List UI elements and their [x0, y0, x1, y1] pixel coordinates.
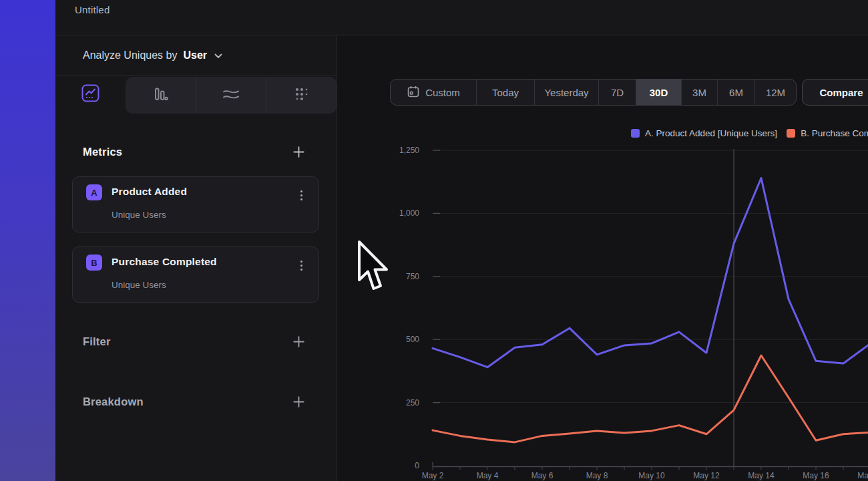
range-label: 7D: [611, 87, 624, 98]
flow-chart-icon: [222, 86, 240, 105]
y-axis-label: 0: [415, 461, 419, 470]
tab-line-chart[interactable]: [55, 75, 126, 114]
y-axis-label: 1,250: [399, 146, 419, 155]
y-axis-label: 1,000: [399, 208, 419, 218]
filter-section-header: Filter: [83, 332, 304, 351]
metric-badge: A: [86, 184, 102, 200]
x-axis-label: May 18: [857, 471, 868, 480]
range-label: 3M: [692, 87, 706, 98]
metric-name: Product Added: [112, 186, 187, 198]
x-axis-label: May 12: [693, 471, 720, 480]
add-filter-button[interactable]: [292, 335, 304, 347]
legend-label: B. Purchase Completed [Unique Users]: [801, 128, 868, 138]
kebab-menu-icon[interactable]: [299, 259, 304, 272]
tab-flow-chart[interactable]: [196, 77, 266, 114]
accent-gradient-strip: [0, 0, 55, 481]
range-label: Today: [492, 87, 519, 98]
metric-name: Purchase Completed: [112, 256, 217, 268]
y-axis-label: 750: [406, 272, 419, 281]
range-3m[interactable]: 3M: [681, 79, 717, 105]
legend-item[interactable]: B. Purchase Completed [Unique Users]: [787, 128, 868, 138]
y-axis-label: 500: [406, 335, 419, 344]
legend-label: A. Product Added [Unique Users]: [645, 128, 777, 138]
range-30d[interactable]: 30D: [636, 79, 681, 105]
tab-bar-chart[interactable]: [126, 77, 196, 114]
tab-dot-grid[interactable]: [266, 77, 337, 114]
kebab-menu-icon[interactable]: [299, 189, 304, 202]
analyze-row: Analyze Uniques by User: [55, 35, 337, 75]
dot-grid-icon: [293, 86, 310, 106]
app-window: Untitled Analyze Uniques by User: [55, 0, 868, 481]
range-label: 12M: [766, 87, 785, 98]
metric-subtitle: Unique Users: [112, 280, 166, 290]
breakdown-section-header: Breakdown: [83, 392, 304, 411]
analyze-label: Analyze Uniques by: [83, 49, 177, 61]
x-axis-label: May 2: [422, 471, 444, 480]
x-axis-label: May 8: [586, 471, 608, 480]
metric-card[interactable]: BPurchase CompletedUnique Users: [72, 247, 319, 303]
metrics-section-header: Metrics: [83, 142, 304, 161]
add-metric-button[interactable]: [292, 146, 304, 158]
range-label: 6M: [729, 87, 743, 98]
breakdown-title: Breakdown: [83, 395, 144, 408]
x-axis-label: May 4: [477, 471, 499, 480]
series-line-b: [433, 355, 868, 442]
compare-button[interactable]: Compare: [802, 79, 868, 106]
range-6m[interactable]: 6M: [717, 79, 754, 105]
range-today[interactable]: Today: [476, 79, 534, 105]
y-axis-label: 250: [406, 398, 419, 408]
chevron-down-icon[interactable]: [214, 49, 222, 61]
legend-swatch: [787, 129, 795, 138]
metric-card[interactable]: AProduct AddedUnique Users: [72, 176, 319, 232]
range-7d[interactable]: 7D: [598, 79, 636, 105]
bar-chart-icon: [152, 86, 169, 106]
chart-type-tabgroup: [126, 77, 337, 114]
chart-type-tabstrip: [55, 75, 337, 114]
chart-legend: A. Product Added [Unique Users]B. Purcha…: [631, 124, 868, 142]
calendar-icon: [407, 85, 420, 100]
range-custom[interactable]: Custom: [391, 79, 476, 105]
metrics-list: AProduct AddedUnique UsersBPurchase Comp…: [55, 176, 337, 303]
top-bar: Untitled: [55, 0, 868, 35]
range-label: Custom: [425, 87, 460, 98]
metrics-title: Metrics: [83, 146, 122, 158]
date-range-control: CustomTodayYesterday7D30D3M6M12M: [390, 79, 797, 106]
add-breakdown-button[interactable]: [292, 395, 304, 408]
x-axis-label: May 10: [638, 471, 665, 480]
line-chart-icon: [81, 84, 99, 105]
legend-item[interactable]: A. Product Added [Unique Users]: [631, 128, 777, 138]
range-12m[interactable]: 12M: [754, 79, 796, 105]
x-axis-label: May 16: [803, 471, 829, 480]
x-axis-label: May 6: [531, 471, 554, 480]
range-label: 30D: [650, 87, 668, 98]
analyze-by-dropdown[interactable]: User: [183, 49, 207, 61]
metric-badge: B: [86, 255, 102, 271]
x-axis-label: May 14: [748, 471, 775, 480]
range-label: Yesterday: [544, 87, 588, 98]
report-title: Untitled: [75, 4, 110, 15]
metric-subtitle: Unique Users: [112, 210, 166, 220]
chart-panel: 02505007501,0001,250May 2May 4May 6May 8…: [337, 35, 868, 481]
legend-swatch: [631, 129, 640, 138]
app-screen: Untitled Analyze Uniques by User: [0, 0, 868, 481]
query-sidebar: Analyze Uniques by User: [55, 35, 337, 481]
filter-title: Filter: [83, 335, 111, 348]
range-yesterday[interactable]: Yesterday: [534, 79, 598, 105]
series-line-a: [433, 178, 868, 367]
